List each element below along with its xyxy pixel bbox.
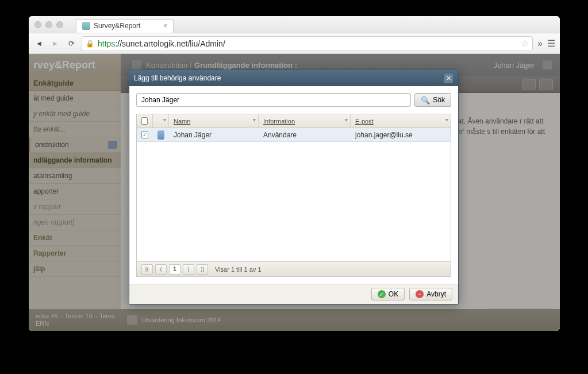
cell-email: johan.jager@liu.se	[351, 131, 451, 139]
sidebar-item-guide[interactable]: ät med guide	[29, 91, 121, 106]
window-titlebar: Survey&Report ×	[29, 16, 560, 33]
grid-footer: |⟨ ⟨ 1 ⟩ ⟩| Visar 1 till 1 av 1	[137, 261, 451, 276]
breadcrumb-sep: /	[190, 61, 192, 70]
row-checkbox[interactable]	[141, 131, 148, 138]
close-window-icon[interactable]	[34, 21, 41, 28]
cancel-button[interactable]: － Avbryt	[409, 288, 452, 300]
sidebar: rvey&Report Enkätguide ät med guide y en…	[29, 54, 121, 331]
help-icon[interactable]	[522, 79, 536, 90]
search-icon: 🔍	[421, 96, 430, 105]
add-users-modal: Lägg till behöriga användare ✕ 🔍 Sök	[129, 70, 459, 304]
column-select-all[interactable]	[137, 114, 153, 128]
modal-footer: ✓ OK － Avbryt	[129, 284, 458, 304]
reload-button[interactable]: ⟳	[66, 38, 77, 49]
cell-name: Johan Jäger	[169, 131, 259, 139]
sidebar-section-help[interactable]: jälp	[29, 261, 121, 277]
filter-icon[interactable]: ▾	[163, 117, 166, 123]
grid-header: ▾ Namn▾ Information▾ E-post▾	[137, 114, 451, 128]
sidebar-item-from-report[interactable]: v rapport	[29, 199, 121, 215]
select-all-checkbox[interactable]	[141, 117, 148, 125]
settings-icon[interactable]	[539, 79, 553, 90]
app-logo: rvey&Report	[29, 54, 121, 76]
pager-last-button[interactable]: ⟩|	[197, 264, 208, 275]
tab-title: Survey&Report	[94, 22, 140, 30]
current-user: Johan Jäger	[493, 61, 535, 70]
list-indicator-icon	[108, 141, 117, 149]
filter-icon[interactable]: ▾	[345, 117, 348, 123]
modal-title: Lägg till behöriga användare	[134, 74, 221, 82]
pager-first-button[interactable]: |⟨	[141, 264, 153, 275]
column-name[interactable]: Namn▾	[169, 114, 259, 128]
traffic-lights	[34, 21, 63, 28]
grid-body: Johan Jäger Användare johan.jager@liu.se	[137, 128, 451, 261]
sidebar-section-survey[interactable]: Enkät	[29, 230, 121, 246]
sidebar-item-create-survey[interactable]: tta enkät...	[29, 122, 121, 137]
search-row: 🔍 Sök	[136, 93, 451, 107]
chrome-menu: » ☰	[537, 38, 555, 49]
zoom-window-icon[interactable]	[56, 21, 63, 28]
modal-body: 🔍 Sök ▾ Namn▾ Information▾ E-post▾	[129, 86, 458, 284]
app-area: rvey&Report Enkätguide ät med guide y en…	[29, 54, 560, 331]
chevron-right-icon[interactable]: »	[537, 38, 543, 49]
ok-button[interactable]: ✓ OK	[371, 288, 405, 300]
search-button[interactable]: 🔍 Sök	[414, 93, 451, 107]
sidebar-item-no-report[interactable]: ngen rapport]	[29, 215, 121, 230]
footer-right-text: Utvärdering InFuturum 2014	[142, 317, 221, 323]
lock-icon: 🔒	[86, 40, 94, 48]
address-bar[interactable]: 🔒 https://sunet.artologik.net/liu/Admin/…	[82, 36, 533, 51]
tab-close-icon[interactable]: ×	[163, 22, 167, 30]
user-avatar-icon	[157, 130, 164, 140]
url-text: https://sunet.artologik.net/liu/Admin/	[98, 39, 225, 48]
hamburger-menu-icon[interactable]: ☰	[547, 38, 555, 49]
sidebar-item-new-survey-guide[interactable]: y enkät med guide	[29, 106, 121, 122]
results-grid: ▾ Namn▾ Information▾ E-post▾ Johan Jäger…	[136, 114, 451, 277]
tab-strip: Survey&Report ×	[76, 17, 174, 33]
table-row[interactable]: Johan Jäger Användare johan.jager@liu.se	[137, 128, 451, 142]
check-icon: ✓	[378, 290, 386, 298]
sidebar-header-guide: Enkätguide	[29, 76, 121, 91]
modal-close-button[interactable]: ✕	[443, 73, 454, 83]
column-information[interactable]: Information▾	[259, 114, 351, 128]
filter-icon[interactable]: ▾	[445, 117, 448, 123]
toolbar-icon	[132, 60, 141, 70]
pager-status: Visar 1 till 1 av 1	[215, 266, 262, 273]
browser-window: Survey&Report × ◄ ► ⟳ 🔒 https://sunet.ar…	[29, 16, 560, 331]
back-button[interactable]: ◄	[33, 38, 45, 49]
bottom-strip: ecka 48 – Termin 10 – TemaERN Utvärderin…	[29, 309, 560, 331]
browser-tab[interactable]: Survey&Report ×	[76, 19, 174, 33]
breadcrumb-1: Konstruktion	[146, 61, 187, 70]
search-input[interactable]	[136, 93, 411, 107]
forward-button[interactable]: ►	[49, 38, 61, 49]
pager-prev-button[interactable]: ⟨	[155, 264, 167, 275]
minimize-window-icon[interactable]	[45, 21, 52, 28]
bookmark-star-icon[interactable]: ☆	[521, 38, 529, 49]
nav-bar: ◄ ► ⟳ 🔒 https://sunet.artologik.net/liu/…	[29, 33, 560, 54]
cell-information: Användare	[259, 131, 351, 139]
filter-icon[interactable]: ▾	[253, 117, 256, 123]
sidebar-section-reports[interactable]: Rapporter	[29, 246, 121, 261]
sidebar-item-data-collection[interactable]: atainsamling	[29, 168, 121, 184]
footer-left-text: ecka 48 – Termin 10 – TemaERN	[36, 313, 115, 327]
cancel-icon: －	[416, 290, 424, 298]
sidebar-item-reports[interactable]: apporter	[29, 184, 121, 199]
column-email[interactable]: E-post▾	[351, 114, 451, 128]
pager-next-button[interactable]: ⟩	[183, 264, 194, 275]
footer-item-icon	[127, 315, 137, 325]
breadcrumb-2: Grundläggande information :	[194, 61, 297, 70]
sidebar-item-basic-info[interactable]: ndläggande information	[29, 153, 121, 168]
column-user-icon[interactable]: ▾	[153, 114, 169, 128]
favicon-icon	[82, 22, 90, 30]
sidebar-item-construction[interactable]: onstruktion	[29, 137, 121, 153]
user-menu-icon[interactable]	[543, 60, 552, 70]
modal-titlebar: Lägg till behöriga användare ✕	[129, 70, 458, 86]
pager-page-1[interactable]: 1	[169, 264, 180, 275]
